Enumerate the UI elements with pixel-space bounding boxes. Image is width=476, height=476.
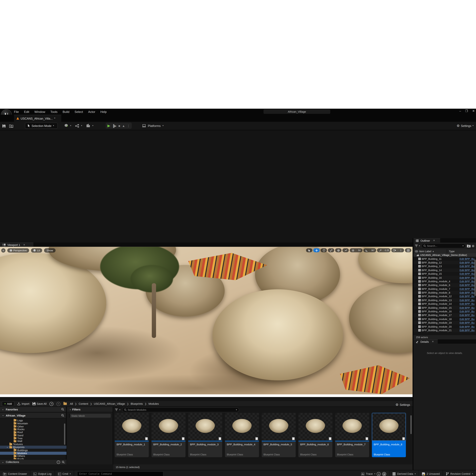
maximize-viewport-icon[interactable] (405, 248, 411, 252)
outliner-row[interactable]: BPP_Building_module_12Edit BPP_Bu (413, 295, 476, 298)
collections-section[interactable]: ▸ Collections + (0, 459, 67, 465)
tree-item-logs[interactable]: Logs (0, 419, 67, 422)
edit-blueprint-link[interactable]: Edit BPP_Bu (459, 295, 475, 298)
asset-tile[interactable]: BPP_Building_module_2Blueprint Class (152, 413, 186, 457)
source-root-row[interactable]: ▾ African_Village (0, 413, 66, 418)
cmd-dropdown[interactable]: Cmd ▾ (55, 470, 74, 476)
outliner-row[interactable]: BPP_Building_16Edit BPP_Bu (413, 276, 476, 279)
forward-icon[interactable]: ► (56, 402, 60, 406)
outliner-row[interactable]: BPP_Building_module_19Edit BPP_Bu (413, 321, 476, 325)
asset-tile[interactable]: BPP_Building_module_1Blueprint Class (115, 413, 149, 457)
blueprints-dropdown[interactable]: ▾ (75, 123, 82, 129)
tree-item-roof[interactable]: Roof (0, 431, 67, 434)
breadcrumb-item-uscans_african_village[interactable]: USCANS_African_Village (94, 402, 125, 405)
platforms-dropdown[interactable]: Platforms ▾ (142, 123, 164, 129)
asset-tile[interactable]: BPP_Building_module_3Blueprint Class (188, 413, 222, 457)
rotate-tool-icon[interactable] (321, 248, 327, 252)
minimize-button[interactable]: – (459, 109, 461, 113)
outliner-row[interactable]: BPP_Building_14Edit BPP_Bu (413, 268, 476, 272)
asset-tile[interactable]: BPP_Building_module_7Blueprint Class (335, 413, 369, 457)
outliner-tab-close-icon[interactable]: ✕ (433, 239, 435, 242)
toolbar-settings-dropdown[interactable]: ⚙ Settings ▾ (457, 123, 474, 129)
tree-item-modules[interactable]: Modules (0, 452, 67, 455)
edit-blueprint-link[interactable]: Edit BPP_Bu (459, 287, 475, 290)
outliner-row[interactable]: BPP_Building_module_15Edit BPP_Bu (413, 306, 476, 310)
menu-item-select[interactable]: Select (74, 110, 83, 113)
scale-snap-value[interactable]: 0.25 (383, 248, 390, 252)
outliner-row[interactable]: BPP_Building_module_6Edit BPP_Bu (413, 283, 476, 287)
outliner-settings-icon[interactable]: ⚙ (472, 244, 475, 248)
profiler-icon[interactable]: ▦ (382, 472, 386, 476)
restore-button[interactable]: ❐ (465, 109, 468, 113)
outliner-row[interactable]: BPP_Building_module_8Edit BPP_Bu (413, 291, 476, 295)
trace-dropdown[interactable]: Trace ▾ ◍ ▦ (358, 470, 390, 476)
content-drawer-button[interactable]: Content Drawer (0, 470, 30, 476)
menu-item-actor[interactable]: Actor (88, 110, 95, 113)
save-icon[interactable] (1, 123, 7, 128)
scale-tool-icon[interactable] (328, 248, 334, 252)
tree-item-rocks[interactable]: Rocks (0, 428, 67, 431)
breadcrumb-item-modules[interactable]: Modules (149, 402, 159, 405)
edit-blueprint-link[interactable]: Edit BPP_Bu (459, 265, 475, 268)
play-options-kebab[interactable]: ⋮ (127, 124, 130, 127)
outliner-row[interactable]: BPP_Building_module_21Edit BPP_Bu (413, 328, 476, 332)
details-tab[interactable]: Details ✕ (413, 340, 438, 344)
menu-item-edit[interactable]: Edit (24, 110, 29, 113)
tree-item-textures[interactable]: Textures (0, 443, 67, 446)
outliner-root-row[interactable]: USCANS_African_Village_Demo (Editor) (413, 253, 476, 257)
asset-filter-caret[interactable]: ▾ (119, 408, 120, 411)
play-button[interactable]: ▶ (107, 124, 110, 128)
tree-item-sand[interactable]: Sand (0, 434, 67, 437)
outliner-row[interactable]: BPP_Building_module_7Edit BPP_Bu (413, 287, 476, 291)
tree-item-blueprints[interactable]: ▾Blueprints (0, 446, 67, 449)
edit-blueprint-link[interactable]: Edit BPP_Bu (459, 276, 475, 279)
tree-scrollbar[interactable] (64, 424, 65, 445)
edit-blueprint-link[interactable]: Edit BPP_Bu (459, 284, 475, 287)
asset-search-input[interactable]: Search Modules ▾ (122, 408, 239, 412)
breadcrumb-item-content[interactable]: Content (79, 402, 88, 405)
outliner-row[interactable]: BPP_Building_module_16Edit BPP_Bu (413, 310, 476, 313)
unsaved-button[interactable]: 2 Unsaved (419, 470, 443, 476)
tree-item-mountain[interactable]: Mountain (0, 422, 67, 425)
menu-item-help[interactable]: Help (100, 110, 106, 113)
asset-tile[interactable]: BPP_Building_module_8Blueprint Class (372, 413, 406, 457)
favorites-section[interactable]: ▸ Favorites (0, 407, 66, 412)
edit-blueprint-link[interactable]: Edit BPP_Bu (459, 272, 475, 275)
new-folder-icon[interactable] (467, 244, 471, 247)
perspective-dropdown[interactable]: Perspective (7, 248, 29, 253)
filter-icon[interactable] (415, 245, 418, 247)
outliner-row[interactable]: BPP_Building_module_18Edit BPP_Bu (413, 317, 476, 321)
outliner-scrollbar[interactable] (475, 259, 476, 296)
column-type-label[interactable]: Type (447, 249, 455, 253)
world-space-icon[interactable] (335, 248, 342, 252)
scale-snap-icon[interactable] (377, 248, 383, 252)
edit-blueprint-link[interactable]: Edit BPP_Bu (459, 314, 475, 317)
favorites-search-icon[interactable] (61, 408, 64, 411)
output-log-button[interactable]: Output Log (30, 470, 55, 476)
menu-item-file[interactable]: File (14, 110, 19, 113)
edit-blueprint-link[interactable]: Edit BPP_Bu (459, 329, 475, 332)
outliner-row[interactable]: BPP_Building_module_13Edit BPP_Bu (413, 298, 476, 302)
add-button[interactable]: + Add (2, 401, 14, 406)
lit-dropdown[interactable]: Lit (31, 248, 42, 253)
selection-mode-dropdown[interactable]: Selection Mode ▾ (25, 123, 58, 129)
tree-twisty-icon[interactable]: ▾ (6, 446, 9, 448)
edit-blueprint-link[interactable]: Edit BPP_Bu (459, 325, 475, 328)
angle-snap-icon[interactable] (363, 248, 370, 252)
tree-item-tree[interactable]: Tree (0, 437, 67, 440)
close-button[interactable]: ✕ (472, 109, 475, 113)
tree-item-others[interactable]: Others (0, 455, 67, 458)
camera-speed-value[interactable]: 1 (398, 248, 404, 252)
edit-blueprint-link[interactable]: Edit BPP_Bu (459, 261, 475, 264)
console-command-input[interactable]: Enter Console Command (77, 471, 163, 476)
viewport-menu-icon[interactable]: ≡ (1, 248, 5, 253)
edit-blueprint-link[interactable]: Edit BPP_Bu (459, 257, 475, 260)
edit-blueprint-link[interactable]: Edit BPP_Bu (459, 291, 475, 294)
edit-blueprint-link[interactable]: Edit BPP_Bu (459, 280, 475, 283)
source-search-icon[interactable] (61, 414, 64, 417)
asset-tile[interactable]: BPP_Building_module_5Blueprint Class (262, 413, 296, 457)
grid-snap-icon[interactable] (350, 248, 356, 252)
quick-add-dropdown[interactable]: ▾ (64, 123, 71, 129)
menu-item-tools[interactable]: Tools (51, 110, 57, 113)
column-item-label[interactable]: Item Label (419, 250, 431, 253)
